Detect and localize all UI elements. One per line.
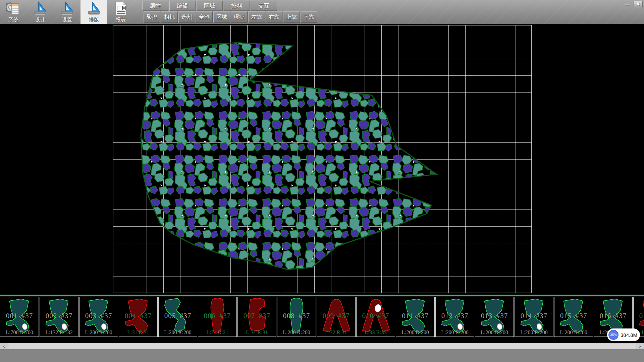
piece-id: 013_#37 <box>475 312 514 320</box>
action-button-8[interactable]: 上靠 <box>283 11 300 23</box>
piece-id: 006_#37 <box>198 312 236 320</box>
design-ruler-icon <box>33 1 48 16</box>
piece-id: 012_#37 <box>436 312 474 320</box>
action-button-0[interactable]: 聚排 <box>144 11 160 23</box>
tool-report-doc[interactable]: 报表 <box>107 0 134 24</box>
piece-id: 003_#37 <box>79 312 118 320</box>
toolbar: 系统设计设置排版报表 属性编辑区域排料交互 聚排相机选割全割区域瑕疵左靠右靠上靠… <box>0 0 644 24</box>
action-button-3[interactable]: 全割 <box>196 11 213 23</box>
piece-lr-count: L:200 R:200 <box>515 329 553 336</box>
piece-id: 011_#37 <box>396 312 434 320</box>
piece-lr-count: L:200 R:200 <box>475 329 514 336</box>
memory-status-badge[interactable]: 38% 384.8M <box>607 328 640 341</box>
scroll-right-icon[interactable]: › <box>636 343 644 349</box>
action-button-6[interactable]: 左靠 <box>248 11 265 23</box>
piece-thumbnail[interactable]: 001_#37L:700 R:700 <box>0 297 39 337</box>
piece-thumbnail[interactable]: 003_#37L:200 R:200 <box>79 297 118 337</box>
action-button-2[interactable]: 选割 <box>178 11 195 23</box>
piece-id: 007_#37 <box>238 312 276 320</box>
scrollbar-thumb[interactable] <box>8 343 636 349</box>
piece-id: 014_#37 <box>515 312 553 320</box>
system-gear-icon <box>6 1 21 16</box>
action-button-5[interactable]: 瑕疵 <box>231 11 248 23</box>
tool-settings-ruler[interactable]: 设置 <box>54 0 80 24</box>
app-window: 系统设计设置排版报表 属性编辑区域排料交互 聚排相机选割全割区域瑕疵左靠右靠上靠… <box>0 0 644 362</box>
piece-id: 004_#37 <box>119 312 157 320</box>
horizontal-scrollbar[interactable]: ‹ › <box>0 343 644 349</box>
action-button-bar: 聚排相机选割全割区域瑕疵左靠右靠上靠下靠 <box>144 11 317 23</box>
bottom-bar <box>0 349 644 362</box>
piece-lr-count: L:31 R:31 <box>238 329 276 336</box>
piece-thumbnail[interactable]: 011_#37L:200 R:200 <box>396 297 435 337</box>
piece-lr-count: L:21 R:21 <box>198 329 236 336</box>
tool-label: 报表 <box>116 17 126 23</box>
piece-thumbnail[interactable]: 006_#37L:21 R:21 <box>198 297 237 337</box>
menu-tab-3[interactable]: 排料 <box>224 1 250 11</box>
piece-id: 016_#37 <box>594 312 632 320</box>
piece-lr-count: L:200 R:200 <box>277 329 316 336</box>
tool-system-gear[interactable]: 系统 <box>0 0 27 24</box>
piece-thumbnail[interactable]: 005_#37L:200 R:200 <box>158 297 197 337</box>
piece-thumbnail[interactable]: 009_#37L:32 R:31 <box>317 297 356 337</box>
hide-boundary[interactable] <box>141 43 437 269</box>
piece-id: 015_#37 <box>554 312 593 320</box>
piece-thumbnail[interactable]: 014_#37L:200 R:200 <box>515 297 553 337</box>
report-doc-icon <box>113 1 128 16</box>
tool-nesting-ruler[interactable]: 排版 <box>80 0 107 24</box>
leather-hide-nested-layout[interactable] <box>0 24 644 295</box>
piece-id: 001_#37 <box>0 312 39 320</box>
settings-ruler-icon <box>59 1 75 16</box>
piece-thumbnail[interactable]: 002_#37L:132 R:132 <box>40 297 78 337</box>
tool-design-ruler[interactable]: 设计 <box>27 0 54 24</box>
menu-tab-2[interactable]: 区域 <box>197 1 223 11</box>
piece-thumbnail-strip: 001_#37L:700 R:700002_#37L:132 R:132003_… <box>0 295 644 337</box>
piece-id: 005_#37 <box>159 312 197 320</box>
piece-lr-count: L:200 R:200 <box>436 329 474 336</box>
piece-thumbnail[interactable]: 008_#37L:200 R:200 <box>277 297 316 337</box>
tool-label: 排版 <box>89 17 99 23</box>
tool-label: 设置 <box>62 17 72 23</box>
action-button-9[interactable]: 下靠 <box>301 11 317 23</box>
tool-label: 系统 <box>8 17 18 23</box>
piece-thumbnail[interactable]: 004_#37L:31 R:31 <box>119 297 158 337</box>
action-button-4[interactable]: 区域 <box>213 11 230 23</box>
menu-tab-4[interactable]: 交互 <box>251 1 277 11</box>
window-controls: — × <box>623 1 643 8</box>
action-button-7[interactable]: 右靠 <box>266 11 282 23</box>
piece-id: 008_#37 <box>277 312 316 320</box>
piece-id: 009_#37 <box>317 312 355 320</box>
piece-lr-count: L:200 R:200 <box>159 329 197 336</box>
piece-id: 010_#37 <box>357 312 395 320</box>
piece-id: 002_#37 <box>40 312 78 320</box>
piece-lr-count: L:32 R:31 <box>317 329 355 336</box>
piece-lr-count: L:200 R:200 <box>554 329 593 336</box>
scroll-left-icon[interactable]: ‹ <box>0 343 8 349</box>
piece-thumbnail[interactable]: 012_#37L:200 R:200 <box>435 297 474 337</box>
piece-id: 017_#37 <box>634 312 644 320</box>
piece-lr-count: L:132 R:132 <box>40 329 78 336</box>
piece-lr-count: L:700 R:700 <box>0 329 39 336</box>
piece-thumbnail[interactable]: 010_#37L:33 R:33 <box>356 297 395 337</box>
piece-lr-count: L:200 R:200 <box>79 329 118 336</box>
minimize-button[interactable]: — <box>623 1 632 8</box>
piece-lr-count: L:31 R:31 <box>119 329 157 336</box>
menu-tab-0[interactable]: 属性 <box>142 1 168 11</box>
piece-thumbnail[interactable]: 013_#37L:200 R:200 <box>475 297 514 337</box>
menu-tab-bar: 属性编辑区域排料交互 <box>142 1 277 11</box>
piece-thumbnail[interactable]: 015_#37L:200 R:200 <box>554 297 593 337</box>
nesting-canvas[interactable] <box>0 24 644 295</box>
nesting-ruler-icon <box>86 1 102 16</box>
action-button-1[interactable]: 相机 <box>161 11 178 23</box>
tool-label: 设计 <box>35 17 45 23</box>
piece-thumbnail[interactable]: 007_#37L:31 R:31 <box>237 297 276 337</box>
percent-indicator: 38% <box>608 330 619 340</box>
menu-tab-1[interactable]: 编辑 <box>169 1 196 11</box>
tool-icon-bar: 系统设计设置排版报表 <box>0 0 134 24</box>
piece-lr-count: L:200 R:200 <box>396 329 434 336</box>
memory-value: 384.8M <box>621 328 637 341</box>
piece-lr-count: L:33 R:33 <box>357 329 395 336</box>
close-button[interactable]: × <box>634 1 643 8</box>
